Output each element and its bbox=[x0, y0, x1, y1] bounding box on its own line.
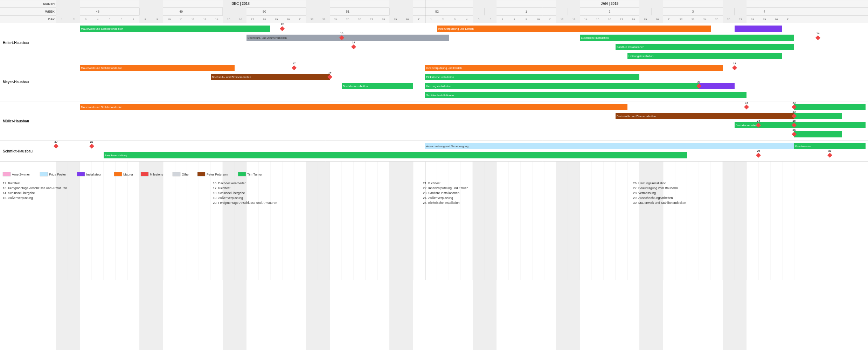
gantt-container bbox=[0, 0, 868, 350]
